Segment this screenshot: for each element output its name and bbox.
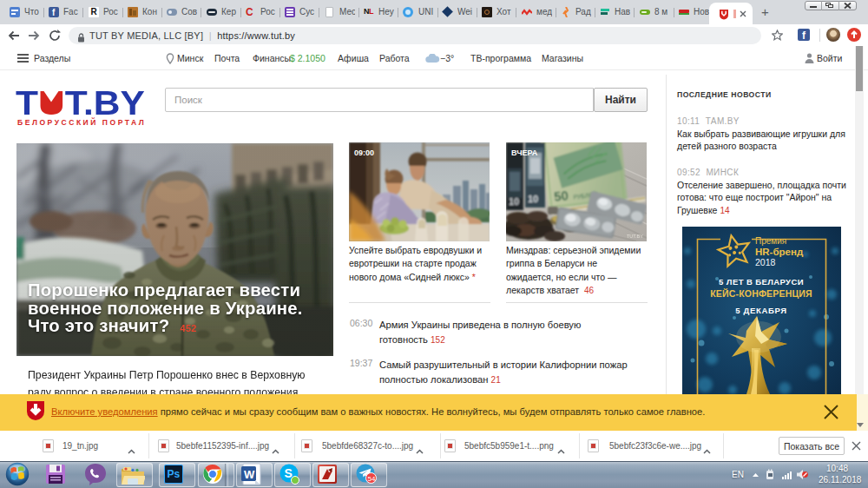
svg-text:S: S: [285, 466, 293, 480]
svg-text:HR-бренд: HR-бренд: [755, 247, 804, 257]
svg-text:5 ДЕКАБРЯ: 5 ДЕКАБРЯ: [735, 306, 787, 315]
svg-text:Премия: Премия: [755, 236, 786, 246]
svg-text:09:00: 09:00: [354, 148, 374, 157]
svg-text:5 ЛЕТ В БЕЛАРУСИ: 5 ЛЕТ В БЕЛАРУСИ: [719, 277, 804, 287]
svg-text:КЕЙС-КОНФЕРЕНЦИЯ: КЕЙС-КОНФЕРЕНЦИЯ: [710, 288, 812, 299]
svg-text:ВЧЕРА: ВЧЕРА: [511, 148, 538, 157]
svg-text:TUT.BY: TUT.BY: [627, 234, 643, 239]
svg-text:2018: 2018: [755, 257, 776, 267]
svg-text:W: W: [244, 468, 255, 481]
